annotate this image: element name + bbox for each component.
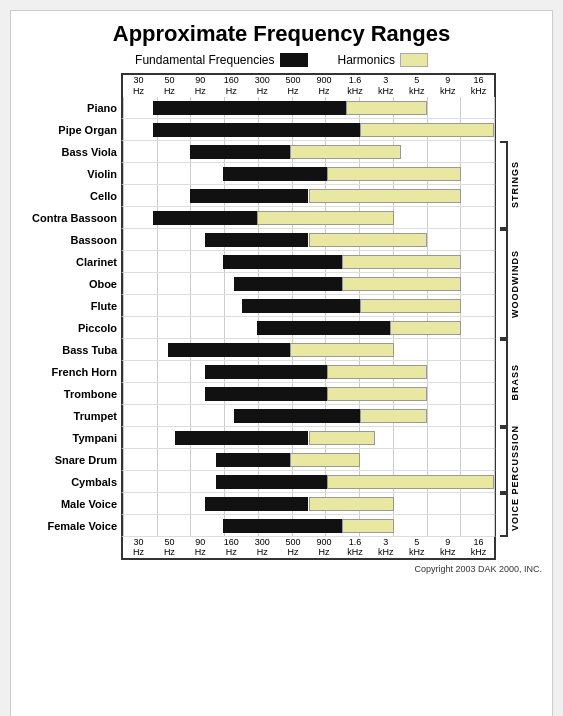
harmonics-bar <box>390 321 460 335</box>
legend-harmonics: Harmonics <box>338 53 428 67</box>
instrument-row <box>121 361 496 383</box>
top-axis: 30Hz50Hz90Hz160Hz300Hz500Hz900Hz1.6kHz3k… <box>121 73 496 97</box>
section-bracket: BRASS <box>500 339 520 427</box>
freq-label: 9kHz <box>432 75 463 97</box>
fundamental-bar <box>223 255 342 269</box>
freq-label: 9kHz <box>432 537 463 559</box>
fundamental-icon <box>280 53 308 67</box>
instrument-label: Tympani <box>31 427 121 449</box>
freq-label: 900Hz <box>309 75 340 97</box>
harmonics-bar <box>290 145 401 159</box>
page: Approximate Frequency Ranges Fundamental… <box>10 10 553 716</box>
instrument-row <box>121 97 496 119</box>
section-label: VOICE <box>510 498 520 531</box>
instrument-row <box>121 493 496 515</box>
instrument-row <box>121 185 496 207</box>
instrument-labels: PianoPipe OrganBass ViolaViolinCelloCont… <box>31 97 121 537</box>
instrument-label: Trombone <box>31 383 121 405</box>
freq-label: 1.6kHz <box>339 75 370 97</box>
harmonics-bar <box>309 431 376 445</box>
harmonics-icon <box>400 53 428 67</box>
section-bracket: VOICE <box>500 493 520 537</box>
freq-label: 900Hz <box>309 537 340 559</box>
section-label: PERCUSSION <box>510 425 520 495</box>
freq-label: 50Hz <box>154 537 185 559</box>
fundamental-bar <box>190 189 309 203</box>
instrument-label: Contra Bassoon <box>31 207 121 229</box>
freq-label: 160Hz <box>216 75 247 97</box>
instrument-row <box>121 339 496 361</box>
page-title: Approximate Frequency Ranges <box>21 21 542 47</box>
instrument-row <box>121 449 496 471</box>
instrument-row <box>121 163 496 185</box>
fundamental-bar <box>153 123 361 137</box>
instrument-label: Cello <box>31 185 121 207</box>
instrument-label: Bass Viola <box>31 141 121 163</box>
instrument-row <box>121 229 496 251</box>
fundamental-bar <box>216 453 290 467</box>
freq-label: 16kHz <box>463 75 494 97</box>
instrument-row <box>121 207 496 229</box>
instrument-label: Cymbals <box>31 471 121 493</box>
instrument-label: Snare Drum <box>31 449 121 471</box>
fundamental-bar <box>223 519 342 533</box>
freq-label: 160Hz <box>216 537 247 559</box>
instrument-label: Female Voice <box>31 515 121 537</box>
instrument-label: Trumpet <box>31 405 121 427</box>
freq-label: 90Hz <box>185 537 216 559</box>
instrument-label: Violin <box>31 163 121 185</box>
instrument-label: Piano <box>31 97 121 119</box>
fundamental-bar <box>234 277 342 291</box>
harmonics-bar <box>360 409 427 423</box>
fundamental-bar <box>168 343 290 357</box>
freq-label: 16kHz <box>463 537 494 559</box>
instrument-label: Oboe <box>31 273 121 295</box>
instrument-label: Pipe Organ <box>31 119 121 141</box>
harmonics-bar <box>360 299 460 313</box>
harmonics-bar <box>342 277 461 291</box>
harmonics-bar <box>257 211 394 225</box>
section-bracket: WOODWINDS <box>500 229 520 339</box>
freq-label: 3kHz <box>370 537 401 559</box>
freq-label: 50Hz <box>154 75 185 97</box>
instrument-label: Bassoon <box>31 229 121 251</box>
freq-label: 5kHz <box>401 75 432 97</box>
fundamental-bar <box>257 321 391 335</box>
bottom-axis: 30Hz50Hz90Hz160Hz300Hz500Hz900Hz1.6kHz3k… <box>121 537 496 561</box>
harmonics-bar <box>309 497 394 511</box>
harmonics-bar <box>290 453 360 467</box>
freq-label: 300Hz <box>247 75 278 97</box>
harmonics-bar <box>290 343 394 357</box>
harmonics-bar <box>342 519 394 533</box>
fundamental-bar <box>205 497 309 511</box>
instrument-row <box>121 383 496 405</box>
fundamental-bar <box>175 431 309 445</box>
section-label: STRINGS <box>510 161 520 208</box>
fundamental-bar <box>190 145 290 159</box>
fundamental-bar <box>205 387 327 401</box>
freq-label: 500Hz <box>278 75 309 97</box>
instrument-row <box>121 405 496 427</box>
instrument-label: Piccolo <box>31 317 121 339</box>
harmonics-label: Harmonics <box>338 53 395 67</box>
harmonics-bar <box>309 189 461 203</box>
freq-label: 30Hz <box>123 75 154 97</box>
instrument-row <box>121 141 496 163</box>
instrument-row <box>121 119 496 141</box>
instrument-label: Male Voice <box>31 493 121 515</box>
freq-label: 30Hz <box>123 537 154 559</box>
instrument-row <box>121 273 496 295</box>
harmonics-bar <box>327 387 427 401</box>
instrument-row <box>121 295 496 317</box>
fundamental-bar <box>223 167 327 181</box>
instrument-label: Flute <box>31 295 121 317</box>
legend-fundamental: Fundamental Frequencies <box>135 53 307 67</box>
instrument-label: Clarinet <box>31 251 121 273</box>
freq-label: 5kHz <box>401 537 432 559</box>
fundamental-bar <box>205 233 309 247</box>
harmonics-bar <box>327 167 461 181</box>
harmonics-bar <box>327 365 427 379</box>
instrument-label: French Horn <box>31 361 121 383</box>
instrument-row <box>121 471 496 493</box>
fundamental-bar <box>205 365 327 379</box>
